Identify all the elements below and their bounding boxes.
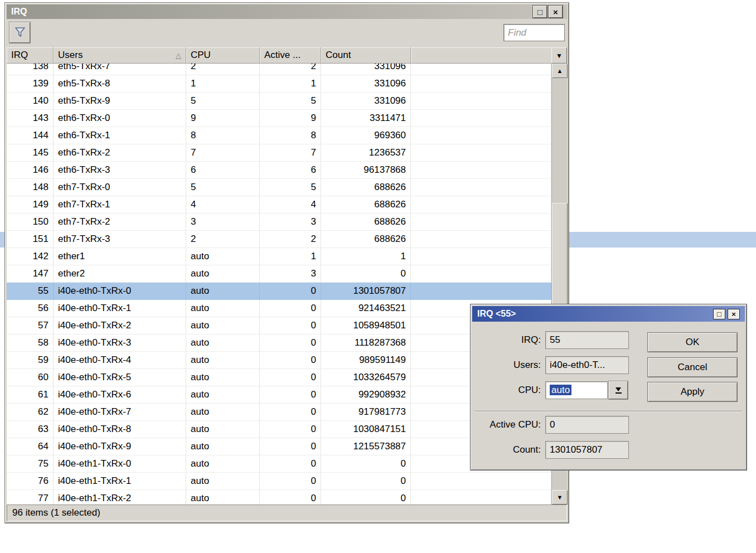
table-row[interactable]: 149eth7-TxRx-144688626	[7, 196, 551, 214]
column-header-irq[interactable]: IRQ	[7, 47, 54, 63]
cell-irq: 61	[7, 386, 54, 403]
cell-count: 688626	[321, 214, 411, 230]
apply-button[interactable]: Apply	[647, 382, 738, 402]
cell-irq: 145	[7, 144, 54, 161]
cell-users: eth6-TxRx-1	[54, 127, 186, 144]
cell-irq: 77	[7, 490, 54, 505]
cell-users: eth6-TxRx-2	[54, 144, 186, 161]
column-label: Users	[58, 50, 83, 61]
cell-count: 1301057807	[321, 283, 411, 299]
cell-count: 688626	[321, 196, 411, 213]
table-row[interactable]: 146eth6-TxRx-36696137868	[7, 162, 551, 179]
cell-count: 3311471	[321, 110, 411, 127]
cell-cpu: 7	[186, 144, 260, 161]
table-row[interactable]: 145eth6-TxRx-2771236537	[7, 144, 551, 162]
dialog-maximize-button[interactable]: □	[713, 309, 725, 319]
cell-irq: 151	[7, 231, 54, 248]
cell-active: 1	[260, 248, 321, 265]
column-header-count[interactable]: Count	[321, 47, 411, 63]
cell-users: i40e-eth0-TxRx-0	[54, 283, 186, 299]
cell-users: i40e-eth0-TxRx-9	[54, 438, 186, 455]
scrollbar-thumb[interactable]	[552, 203, 568, 314]
cell-users: eth7-TxRx-1	[54, 196, 186, 213]
field-active-cpu-value: 0	[545, 416, 629, 434]
maximize-icon: □	[717, 311, 721, 318]
column-selector-button[interactable]: ▼	[551, 47, 567, 64]
cpu-combo-input[interactable]: auto	[545, 381, 608, 399]
dialog-title: IRQ <55>	[477, 309, 516, 319]
field-users: Users: i40e-eth0-T...	[475, 356, 629, 374]
cell-active: 9	[260, 110, 321, 127]
cell-users: eth5-TxRx-8	[54, 75, 186, 92]
table-row[interactable]: 77i40e-eth1-TxRx-2auto00	[7, 490, 551, 505]
table-row[interactable]: 148eth7-TxRx-055688626	[7, 179, 551, 196]
cell-cpu: 5	[186, 179, 260, 196]
cell-active: 0	[260, 473, 321, 489]
cell-count: 1236537	[321, 144, 411, 161]
cell-active: 0	[260, 438, 321, 455]
cell-irq: 150	[7, 214, 54, 230]
scroll-up-button[interactable]: ▲	[552, 64, 568, 78]
cell-users: i40e-eth0-TxRx-1	[54, 300, 186, 317]
table-row[interactable]: 139eth5-TxRx-811331096	[7, 75, 551, 93]
cell-count: 0	[321, 473, 411, 489]
table-row[interactable]: 143eth6-TxRx-0993311471	[7, 110, 551, 127]
close-button[interactable]: ×	[549, 6, 563, 18]
cell-empty	[411, 196, 551, 213]
cell-count: 1058948501	[321, 317, 411, 334]
dialog-titlebar[interactable]: IRQ <55> □ ×	[472, 306, 745, 322]
cell-active: 3	[260, 214, 321, 230]
cell-irq: 60	[7, 369, 54, 386]
cell-irq: 75	[7, 455, 54, 472]
field-count: Count: 1301057807	[475, 441, 629, 459]
cell-users: eth6-TxRx-0	[54, 110, 186, 127]
find-input[interactable]	[503, 24, 565, 41]
maximize-button[interactable]: □	[533, 6, 547, 18]
cell-empty	[411, 473, 551, 489]
cell-count: 688626	[321, 179, 411, 196]
irq-window-titlebar[interactable]: IRQ □ ×	[7, 4, 567, 19]
cell-cpu: 2	[186, 231, 260, 248]
column-header-active-cpu[interactable]: Active ...	[260, 47, 321, 63]
dialog-controls: □ ×	[713, 309, 740, 319]
filter-icon	[14, 26, 26, 40]
table-row[interactable]: 150eth7-TxRx-233688626	[7, 214, 551, 231]
cell-cpu: auto	[186, 265, 260, 282]
table-row[interactable]: 151eth7-TxRx-322688626	[7, 231, 551, 248]
ok-button[interactable]: OK	[647, 332, 738, 352]
cancel-button[interactable]: Cancel	[647, 357, 738, 377]
column-header-cpu[interactable]: CPU	[186, 47, 260, 63]
toolbar	[7, 20, 567, 46]
cell-active: 0	[260, 404, 321, 420]
cell-cpu: auto	[186, 352, 260, 368]
table-row[interactable]: 55i40e-eth0-TxRx-0auto01301057807	[7, 283, 551, 300]
cell-users: i40e-eth1-TxRx-1	[54, 473, 186, 489]
cell-irq: 58	[7, 334, 54, 351]
cell-cpu: 8	[186, 127, 260, 144]
cell-irq: 143	[7, 110, 54, 127]
table-row[interactable]: 144eth6-TxRx-188969360	[7, 127, 551, 144]
irq-dialog: IRQ <55> □ × IRQ: 55 Users: i40e-eth0-T.…	[470, 304, 747, 470]
cell-cpu: auto	[186, 248, 260, 265]
window-controls: □ ×	[533, 6, 563, 18]
cell-users: eth6-TxRx-3	[54, 162, 186, 178]
table-row[interactable]: 140eth5-TxRx-955331096	[7, 93, 551, 110]
table-row[interactable]: 138eth5-TxRx-722331096	[7, 64, 551, 75]
column-label: Active ...	[264, 50, 301, 61]
cell-users: i40e-eth0-TxRx-4	[54, 352, 186, 368]
cell-count: 1118287368	[321, 334, 411, 351]
dialog-close-button[interactable]: ×	[728, 309, 740, 319]
table-row[interactable]: 76i40e-eth1-TxRx-1auto00	[7, 473, 551, 490]
cpu-combo-dropdown-button[interactable]	[609, 381, 628, 399]
table-row[interactable]: 142ether1auto11	[7, 248, 551, 265]
column-header-users[interactable]: Users △	[54, 47, 186, 63]
cell-irq: 144	[7, 127, 54, 144]
cell-empty	[411, 162, 551, 178]
table-row[interactable]: 147ether2auto30	[7, 265, 551, 283]
cell-count: 0	[321, 455, 411, 472]
cell-empty	[411, 490, 551, 505]
filter-button[interactable]	[9, 22, 30, 43]
cell-irq: 146	[7, 162, 54, 178]
scroll-down-button[interactable]: ▼	[552, 490, 568, 505]
scroll-up-icon: ▲	[557, 67, 563, 74]
